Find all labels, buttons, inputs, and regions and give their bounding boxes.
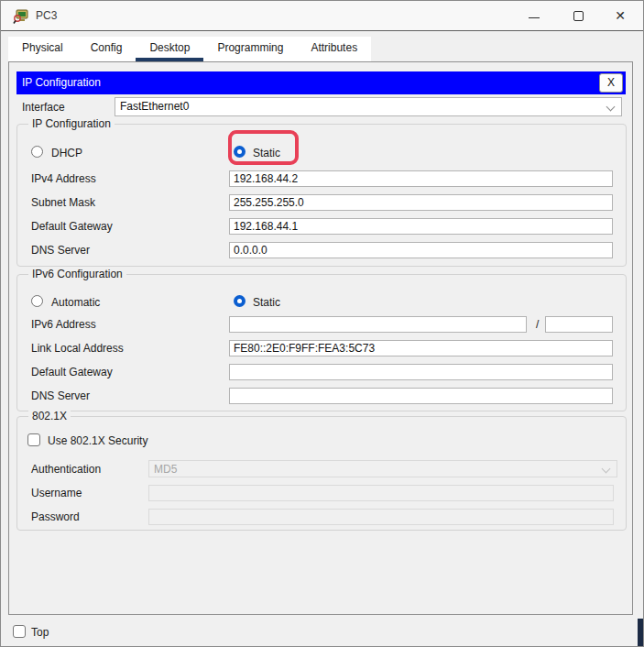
maximize-button[interactable] <box>562 3 594 29</box>
dhcp-label[interactable]: DHCP <box>51 147 82 159</box>
tab-config[interactable]: Config <box>77 37 136 61</box>
tab-physical[interactable]: Physical <box>8 37 77 61</box>
tab-programming[interactable]: Programming <box>203 37 297 61</box>
static-annotation-highlight <box>228 130 299 165</box>
username-label: Username <box>31 487 82 499</box>
dialog-titlebar: IP Configuration X <box>16 71 626 94</box>
interface-select[interactable]: FastEthernet0 <box>115 97 622 116</box>
ipv4-address-input[interactable] <box>229 170 613 187</box>
minimize-icon <box>529 17 540 18</box>
tab-attributes[interactable]: Attributes <box>297 37 371 61</box>
chevron-down-icon <box>602 465 611 474</box>
desktop-content-panel: IP Configuration X Interface FastEtherne… <box>8 61 633 615</box>
dot1x-legend: 802.1X <box>28 410 71 422</box>
ipv6-default-gateway-input[interactable] <box>229 364 613 380</box>
ipv6-automatic-label[interactable]: Automatic <box>51 296 100 309</box>
prefix-separator: / <box>536 318 539 331</box>
ipv6-default-gateway-label: Default Gateway <box>31 366 113 378</box>
ipv6-static-label[interactable]: Static <box>253 296 280 309</box>
subnet-mask-label: Subnet Mask <box>31 196 95 209</box>
dhcp-radio[interactable] <box>31 146 43 158</box>
use-8021x-security-label[interactable]: Use 802.1X Security <box>48 434 147 447</box>
ipv6-automatic-radio[interactable] <box>31 295 43 307</box>
pc-device-icon <box>13 8 29 25</box>
link-local-address-input[interactable] <box>229 340 613 356</box>
ipv6-dns-server-input[interactable] <box>229 388 613 404</box>
authentication-value: MD5 <box>154 463 177 476</box>
window-title: PC3 <box>36 9 57 22</box>
subnet-mask-input[interactable] <box>229 194 613 211</box>
dns-server-input[interactable] <box>229 242 613 258</box>
ipv6-config-legend: IPv6 Configuration <box>28 268 126 280</box>
tab-desktop[interactable]: Desktop <box>136 37 203 61</box>
ip-config-legend: IP Configuration <box>28 117 115 130</box>
dialog-close-button[interactable]: X <box>599 73 623 93</box>
close-button[interactable]: ✕ <box>605 3 636 29</box>
titlebar: PC3 ✕ <box>1 1 643 31</box>
tab-bar: Physical Config Desktop Programming Attr… <box>8 37 371 61</box>
ipv6-address-label: IPv6 Address <box>31 318 96 331</box>
ipv6-dns-server-label: DNS Server <box>31 389 90 402</box>
close-icon: ✕ <box>615 8 626 23</box>
minimize-button[interactable] <box>518 3 550 29</box>
ipv4-address-label: IPv4 Address <box>31 172 96 185</box>
default-gateway-input[interactable] <box>229 218 613 235</box>
authentication-label: Authentication <box>31 463 101 476</box>
ipv6-static-radio[interactable] <box>234 295 246 307</box>
ipv6-address-input[interactable] <box>229 316 527 333</box>
interface-label: Interface <box>22 101 65 114</box>
password-input <box>148 509 614 525</box>
default-gateway-label: Default Gateway <box>31 220 113 233</box>
device-window: PC3 ✕ Physical Config Desktop Programmin… <box>0 0 644 647</box>
chevron-down-icon <box>606 103 616 112</box>
dns-server-label: DNS Server <box>31 244 90 257</box>
top-label[interactable]: Top <box>31 626 49 639</box>
password-label: Password <box>31 510 80 523</box>
top-checkbox[interactable] <box>13 625 26 638</box>
scrollbar-thumb[interactable] <box>638 619 643 646</box>
authentication-select: MD5 <box>148 460 617 477</box>
maximize-icon <box>573 11 584 21</box>
interface-value: FastEthernet0 <box>120 100 189 113</box>
dialog-title: IP Configuration <box>22 76 101 89</box>
link-local-address-label: Link Local Address <box>31 342 124 355</box>
use-8021x-security-checkbox[interactable] <box>27 433 40 446</box>
username-input <box>148 485 614 501</box>
ipv6-prefix-input[interactable] <box>545 316 613 333</box>
